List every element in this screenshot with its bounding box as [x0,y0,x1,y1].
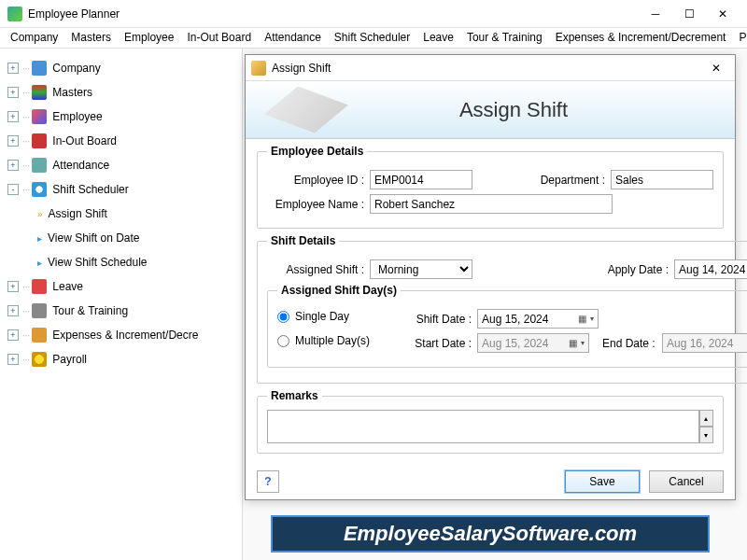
end-date-label: End Date : [602,337,662,350]
expand-icon[interactable]: + [7,281,19,292]
tree-inout[interactable]: +···In-Out Board [4,129,238,153]
masters-icon [32,85,47,100]
tree-label: View Shift on Date [48,231,140,245]
menu-payroll[interactable]: Payroll [732,28,747,48]
help-button[interactable]: ? [257,470,279,493]
collapse-icon[interactable]: - [7,184,19,195]
watermark: EmployeeSalarySoftware.com [271,515,710,553]
tree-label: Payroll [52,353,87,366]
tree-label: Company [52,62,100,75]
close-button[interactable]: ✕ [706,3,740,25]
radio-input[interactable] [277,335,289,347]
shift-icon [32,182,47,197]
tree-label: Masters [52,86,92,99]
shift-details-group: Shift Details Assigned Shift : Morning A… [257,234,747,384]
dialog-banner: Assign Shift [246,81,735,139]
tree-masters[interactable]: +···Masters [4,80,238,105]
expand-icon[interactable]: + [7,160,19,171]
expenses-icon [32,328,47,343]
employee-name-field[interactable] [370,194,613,214]
dialog-title: Assign Shift [272,62,703,75]
scroll-down-button[interactable]: ▾ [699,427,713,443]
tree-employee[interactable]: +···Employee [4,105,238,129]
menu-shift[interactable]: Shift Scheduler [328,28,416,48]
menu-attendance[interactable]: Attendance [258,28,328,48]
tree-label: View Shift Schedule [48,256,148,269]
scroll-up-button[interactable]: ▴ [699,410,713,427]
minimize-button[interactable]: ─ [639,3,672,25]
app-icon [7,7,22,21]
apply-date-picker[interactable]: Aug 14, 2024▦▾ [674,259,747,279]
scroll-buttons: ▴ ▾ [699,410,713,443]
tree-view-shift-date[interactable]: ▸View Shift on Date [34,226,238,250]
remarks-textarea[interactable] [267,410,699,443]
group-legend: Employee Details [267,145,367,158]
menu-employee[interactable]: Employee [118,28,180,48]
multiple-days-radio[interactable]: Multiple Day(s) [277,329,399,353]
tree-leave[interactable]: +···Leave [4,274,238,299]
tree-payroll[interactable]: +···Payroll [4,347,238,371]
tree-label: In-Out Board [52,134,117,147]
expand-icon[interactable]: + [7,87,19,98]
menu-tour[interactable]: Tour & Training [460,28,549,48]
menu-leave[interactable]: Leave [416,28,460,48]
tree-label: Shift Scheduler [52,183,128,196]
assigned-shift-select[interactable]: Morning [370,259,472,279]
tree-expenses[interactable]: +···Expenses & Increment/Decre [4,323,238,347]
cancel-button[interactable]: Cancel [649,470,724,493]
start-date-picker: Aug 15, 2024▦▾ [477,333,589,353]
assigned-days-group: Assigned Shift Day(s) Single Day Multipl… [267,284,747,368]
tree-label: Expenses & Increment/Decre [52,329,198,342]
expand-icon[interactable]: + [7,305,19,316]
shift-date-label: Shift Date : [399,313,477,326]
tree-label: Tour & Training [52,304,128,317]
arrow-icon: ▸ [37,233,42,244]
menu-company[interactable]: Company [4,28,64,48]
titlebar: Employee Planner ─ ☐ ✕ [0,0,747,28]
notebook-icon [264,87,348,133]
group-legend: Remarks [267,389,322,402]
single-day-radio[interactable]: Single Day [277,304,399,329]
arrow-icon: ▸ [37,258,42,268]
attendance-icon [32,158,47,173]
department-field[interactable] [611,170,713,189]
remarks-group: Remarks ▴ ▾ [257,389,724,454]
menubar: Company Masters Employee In-Out Board At… [0,28,747,49]
sidebar-tree: +···Company +···Masters +···Employee +··… [0,49,243,560]
maximize-button[interactable]: ☐ [672,3,706,25]
tree-attendance[interactable]: +···Attendance [4,153,238,177]
radio-input[interactable] [277,311,289,323]
end-date-picker: Aug 16, 2024▦▾ [662,333,747,353]
window-title: Employee Planner [28,7,639,21]
tree-assign-shift[interactable]: »Assign Shift [34,202,238,226]
tree-label: Attendance [52,159,109,172]
dialog-icon [251,61,266,76]
department-label: Department : [532,174,611,187]
tree-company[interactable]: +···Company [4,56,238,80]
company-icon [32,61,47,76]
tree-label: Leave [52,280,83,293]
expand-icon[interactable]: + [7,135,19,147]
menu-masters[interactable]: Masters [64,28,118,48]
dialog-close-button[interactable]: ✕ [703,59,729,77]
chevron-down-icon: ▾ [590,315,594,323]
calendar-icon: ▦ [578,314,586,324]
expand-icon[interactable]: + [7,329,19,341]
expand-icon[interactable]: + [7,111,19,122]
menu-inout[interactable]: In-Out Board [180,28,258,48]
save-button[interactable]: Save [565,470,640,493]
shift-date-picker[interactable]: Aug 15, 2024▦▾ [477,309,599,329]
start-date-label: Start Date : [399,337,477,350]
expand-icon[interactable]: + [7,63,19,74]
apply-date-label: Apply Date : [596,263,674,276]
employee-id-field[interactable] [370,170,472,189]
dialog-titlebar: Assign Shift ✕ [246,55,735,81]
tree-shift[interactable]: -···Shift Scheduler [4,177,238,202]
group-legend: Shift Details [267,234,339,247]
menu-expenses[interactable]: Expenses & Increment/Decrement [549,28,733,48]
employee-icon [32,109,47,124]
chevron-down-icon: ▾ [581,339,585,347]
tree-view-shift-schedule[interactable]: ▸View Shift Schedule [34,250,238,274]
tree-tour[interactable]: +···Tour & Training [4,299,238,323]
expand-icon[interactable]: + [7,354,19,365]
